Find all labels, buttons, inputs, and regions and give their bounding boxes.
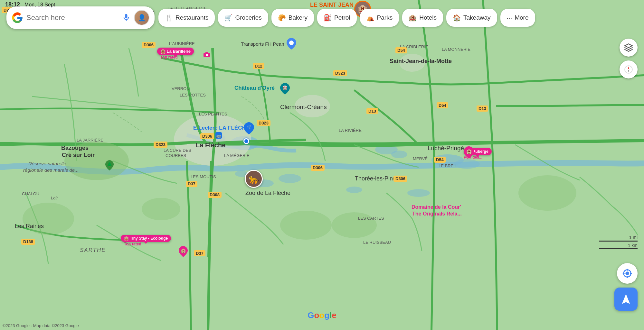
svg-text:🏨: 🏨	[181, 248, 186, 253]
pill-bakery[interactable]: 🥐 Bakery	[271, 9, 314, 27]
pill-label-petrol: Petrol	[334, 14, 350, 21]
pill-label-takeaway: Takeaway	[463, 14, 491, 21]
user-avatar[interactable]: 👤	[134, 10, 149, 25]
poi-transit[interactable]: 🚌	[215, 132, 222, 140]
svg-point-10	[346, 187, 362, 193]
compass-icon	[624, 65, 633, 74]
pill-restaurants[interactable]: 🍴 Restaurants	[158, 9, 215, 27]
road-badge-d308: D308	[208, 192, 222, 198]
scale-bar: 1 mi 1 km	[599, 235, 638, 250]
navigation-button[interactable]	[614, 288, 638, 311]
pill-label-hotels: Hotels	[419, 14, 437, 21]
road-badge-d13-right: D13	[477, 105, 488, 112]
svg-point-19	[142, 198, 180, 220]
road-badge-d323-left: D323	[154, 142, 167, 148]
svg-rect-24	[206, 54, 207, 56]
barillerie-pin[interactable]: 🏨 La Barillerie Top rated	[157, 48, 194, 60]
bakery-icon: 🥐	[278, 14, 286, 22]
svg-point-16	[23, 203, 74, 235]
scale-line-mi	[599, 241, 638, 242]
poi-barillerie-icon[interactable]	[203, 50, 211, 59]
scale-mi: 1 mi	[599, 235, 638, 240]
road-badge-d306-mid: D306	[200, 133, 214, 139]
road-badge-d323-top: D323	[333, 70, 347, 76]
svg-rect-25	[207, 54, 208, 56]
pill-parks[interactable]: ⛺ Parks	[360, 9, 399, 27]
scale-km: 1 km	[599, 243, 638, 248]
svg-point-18	[332, 212, 377, 238]
svg-point-37	[625, 271, 629, 275]
pill-more[interactable]: ··· More	[500, 9, 535, 27]
copyright-text: ©2023 Google · Map data ©2023 Google	[3, 323, 79, 328]
road-badge-d54-bottom: D54	[434, 157, 446, 163]
pill-label-restaurants: Restaurants	[175, 14, 208, 21]
compass-button[interactable]	[620, 60, 638, 78]
poi-tiny-stay[interactable]: 🏨	[179, 246, 188, 258]
scale-line-km	[599, 248, 638, 249]
poi-auberge[interactable]: 🏨	[464, 146, 474, 160]
search-input[interactable]	[26, 14, 118, 22]
road-badge-d323-mid: D323	[257, 120, 270, 126]
svg-text:🏰: 🏰	[283, 86, 287, 90]
svg-point-4	[391, 151, 407, 158]
road-badge-d37: D37	[186, 181, 197, 187]
svg-point-15	[64, 142, 129, 180]
takeaway-icon: 🏠	[453, 14, 461, 22]
svg-point-21	[289, 41, 294, 45]
pill-label-bakery: Bakery	[289, 14, 308, 21]
navigate-icon	[620, 293, 632, 305]
bottom-right-controls: 1 mi 1 km	[599, 244, 638, 311]
pill-takeaway[interactable]: 🏠 Takeaway	[446, 9, 497, 27]
search-box[interactable]: 👤	[6, 6, 155, 29]
layers-button[interactable]	[620, 39, 638, 57]
svg-point-6	[454, 159, 480, 169]
pill-hotels[interactable]: 🏨 Hotels	[402, 9, 443, 27]
svg-text:🚌: 🚌	[216, 133, 222, 138]
hotels-icon: 🏨	[409, 14, 417, 22]
road-badge-d12: D12	[253, 63, 264, 69]
svg-point-17	[518, 175, 576, 211]
poi-chateau[interactable]: 🏰	[280, 83, 290, 96]
poi-transports[interactable]	[287, 38, 296, 51]
poi-zoo[interactable]: 🐆	[245, 170, 263, 188]
parks-icon: ⛺	[366, 14, 374, 22]
road-badge-d13: D13	[366, 108, 378, 114]
current-location-dot	[243, 138, 249, 144]
google-logo-bottom: Google	[308, 310, 336, 320]
svg-text:🏨: 🏨	[466, 149, 472, 154]
petrol-icon: ⛽	[324, 14, 332, 22]
road-badge-d306-bottom: D306	[393, 176, 407, 182]
svg-point-20	[280, 211, 332, 240]
svg-rect-23	[205, 52, 208, 54]
road-badge-d12-area: D306	[142, 42, 156, 48]
groceries-icon: 🛒	[224, 14, 232, 22]
google-logo	[12, 12, 23, 23]
map-container[interactable]: D23 D306 D12 D323 D54 D323 D306 D323 D13…	[0, 0, 644, 330]
tiny-stay-pin[interactable]: 🏨 Tiny Stay - Ecolodge Top rated	[121, 235, 171, 246]
svg-point-14	[399, 54, 425, 72]
restaurants-icon: 🍴	[165, 14, 173, 22]
road-badge-d54-mid: D54	[437, 102, 448, 108]
pill-label-more: More	[515, 14, 528, 21]
mic-icon[interactable]	[122, 13, 131, 22]
more-icon: ···	[507, 14, 512, 22]
layers-icon	[624, 43, 633, 52]
poi-leclerc[interactable]: 🛒	[244, 122, 254, 136]
map-controls	[620, 39, 638, 78]
svg-text:🛒: 🛒	[246, 124, 252, 130]
svg-point-13	[295, 95, 330, 117]
pill-groceries[interactable]: 🛒 Groceries	[218, 9, 268, 27]
poi-reserve[interactable]: 🌲	[105, 160, 114, 172]
my-location-button[interactable]	[617, 263, 638, 284]
pill-petrol[interactable]: ⛽ Petrol	[317, 9, 357, 27]
category-bar: 🍴 Restaurants 🛒 Groceries 🥐 Bakery ⛽ Pet…	[158, 9, 638, 27]
svg-text:🌲: 🌲	[107, 161, 112, 167]
location-crosshair-icon	[622, 268, 633, 279]
road-badge-d54-top: D54	[395, 47, 407, 53]
pill-label-groceries: Groceries	[235, 14, 261, 21]
svg-point-9	[279, 174, 301, 183]
road-badge-d306-right: D306	[311, 165, 325, 171]
svg-point-11	[407, 189, 430, 197]
road-badge-d37-bottom: D37	[194, 250, 205, 256]
road-badge-d138: D138	[21, 239, 35, 245]
